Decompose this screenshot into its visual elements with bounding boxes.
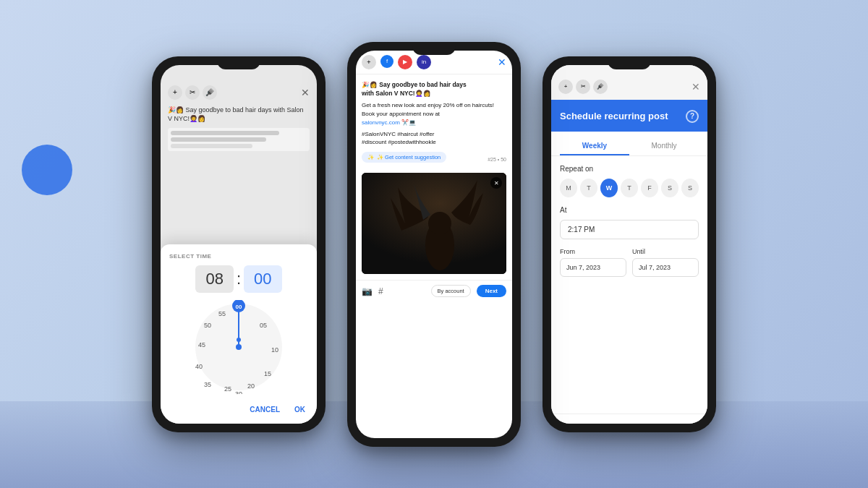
phone-screen-right: + ✂ 🪮 ✕ Schedule recurring post ? Weekly (551, 65, 707, 424)
time-display: 08 : 00 (169, 265, 308, 293)
schedule-cancel-btn[interactable]: Cancel (645, 421, 675, 424)
right-icon-row: + ✂ 🪮 (558, 80, 608, 94)
svg-text:55: 55 (218, 310, 226, 317)
right-top-bar: + ✂ 🪮 ✕ (551, 65, 707, 100)
svg-text:25: 25 (224, 385, 231, 393)
schedule-header: Schedule recurring post ? (551, 100, 707, 132)
left-post-text: 🎉👩 Say goodbye to bad hair days with Sal… (168, 106, 310, 124)
help-icon[interactable]: ? (686, 110, 699, 123)
select-time-label: SELECT TIME (169, 253, 308, 260)
at-section: At 2:17 PM (560, 206, 699, 239)
svg-text:45: 45 (198, 341, 205, 348)
time-input[interactable]: 2:17 PM (560, 220, 699, 239)
until-date-input[interactable]: Jul 7, 2023 (632, 258, 699, 277)
schedule-ok-btn[interactable]: Ok (684, 421, 699, 424)
time-picker-modal: SELECT TIME 08 : 00 (161, 244, 317, 424)
clock-face[interactable]: 00 05 10 15 20 25 30 (192, 300, 286, 394)
day-F[interactable]: F (641, 179, 658, 197)
suggestion-label: ✨ Get content suggestion (377, 154, 441, 160)
phone-notch-middle (412, 42, 456, 55)
time-colon: : (237, 270, 241, 288)
fb-icon-2[interactable]: ▶ (398, 55, 412, 69)
svg-point-2 (237, 338, 241, 342)
brush-icon[interactable]: ✂ (185, 85, 200, 100)
svg-text:10: 10 (271, 346, 278, 354)
content-suggestion-btn[interactable]: ✨ ✨ Get content suggestion (362, 152, 446, 163)
tab-weekly[interactable]: Weekly (560, 137, 629, 155)
right-add-icon[interactable]: + (558, 80, 573, 94)
right-tool-icon-1[interactable]: ✂ (576, 80, 590, 94)
right-close-btn[interactable]: ✕ (692, 81, 700, 93)
day-M[interactable]: M (560, 179, 577, 197)
day-T1[interactable]: T (580, 179, 597, 197)
next-btn[interactable]: Next (477, 285, 506, 297)
svg-text:40: 40 (195, 363, 203, 370)
from-label: From (560, 248, 626, 255)
left-dimmed-content (168, 128, 310, 151)
hour-box[interactable]: 08 (195, 265, 233, 293)
day-W[interactable]: W (600, 179, 618, 197)
phone-left: + ✂ 🪮 ✕ 🎉👩 Say goodbye to bad hair days … (152, 56, 326, 432)
fb-icon-1[interactable]: f (380, 55, 393, 68)
schedule-modal: Schedule recurring post ? Weekly Monthly… (551, 100, 707, 424)
until-section: Until Jul 7, 2023 (632, 248, 699, 277)
middle-bottom-toolbar: 📷 # By account Next (356, 280, 512, 301)
counter-badge: #25 • 50 (488, 157, 506, 162)
time-ok-btn[interactable]: OK (292, 404, 308, 415)
time-cancel-btn[interactable]: CANCEL (247, 404, 283, 415)
schedule-title: Schedule recurring post (560, 111, 668, 121)
left-icon-row: + ✂ 🪮 (168, 85, 217, 100)
until-label: Until (632, 248, 699, 255)
from-until-row: From Jun 7, 2023 Until Jul 7, 2023 (560, 248, 699, 277)
day-S1[interactable]: S (661, 179, 678, 197)
schedule-body: Repeat on M T W T F S S At 2:17 PM (551, 156, 707, 414)
hair-photo (362, 173, 506, 274)
add-icon[interactable]: + (168, 85, 182, 100)
fb-icons-row: + f ▶ in (362, 55, 431, 69)
from-section: From Jun 7, 2023 (560, 248, 626, 277)
phone-notch-right (608, 56, 651, 69)
day-S2[interactable]: S (681, 179, 699, 197)
post-image: ✕ (362, 173, 506, 274)
close-button-left[interactable]: ✕ (301, 87, 310, 98)
phone-screen-left: + ✂ 🪮 ✕ 🎉👩 Say goodbye to bad hair days … (161, 65, 317, 424)
schedule-modal-footer: Cancel Ok (551, 414, 707, 424)
svg-text:05: 05 (260, 322, 267, 329)
middle-post-header: 🎉👩 Say goodbye to bad hair days with Sal… (362, 80, 506, 99)
post-link[interactable]: salonvnyc.com ✂️💻 (362, 119, 416, 126)
toolbar-icons: 📷 # (362, 286, 383, 296)
scissors-icon[interactable]: 🪮 (203, 85, 217, 100)
suggestion-row: ✨ ✨ Get content suggestion #25 • 50 (362, 152, 506, 167)
svg-text:30: 30 (235, 390, 242, 394)
by-account-btn[interactable]: By account (431, 285, 471, 297)
add-post-icon[interactable]: + (362, 55, 376, 69)
time-picker-actions: CANCEL OK (169, 401, 308, 415)
at-label: At (560, 206, 699, 214)
right-top-icons-row: + ✂ 🪮 ✕ (558, 80, 700, 94)
hashtag-icon[interactable]: # (378, 286, 383, 296)
right-tool-icon-2[interactable]: 🪮 (593, 80, 608, 94)
svg-text:00: 00 (236, 304, 242, 310)
from-date-input[interactable]: Jun 7, 2023 (560, 258, 626, 277)
svg-text:15: 15 (264, 370, 271, 377)
post-hashtags: #SalonVNYC #haircut #offer#discount #pos… (362, 130, 506, 146)
camera-icon[interactable]: 📷 (362, 286, 373, 296)
minute-box[interactable]: 00 (244, 265, 281, 293)
phone-screen-middle: + f ▶ in ✕ 🎉👩 Say goodbye to bad hair da… (356, 51, 512, 438)
decorative-blob (22, 145, 72, 195)
svg-text:50: 50 (204, 322, 211, 329)
svg-text:35: 35 (204, 381, 211, 388)
phone-middle: + f ▶ in ✕ 🎉👩 Say goodbye to bad hair da… (347, 42, 521, 447)
schedule-tabs: Weekly Monthly (551, 132, 707, 156)
days-row: M T W T F S S (560, 179, 699, 197)
post-text-line1: 🎉👩 Say goodbye to bad hair days (362, 81, 467, 88)
fb-icon-3[interactable]: in (417, 55, 431, 69)
repeat-on-label: Repeat on (560, 165, 699, 173)
svg-text:20: 20 (247, 382, 255, 390)
middle-close-btn[interactable]: ✕ (498, 56, 506, 68)
phone-notch-left (217, 56, 260, 69)
day-T2[interactable]: T (621, 179, 638, 197)
tab-monthly[interactable]: Monthly (629, 137, 699, 155)
phone-right: + ✂ 🪮 ✕ Schedule recurring post ? Weekly (542, 56, 716, 432)
left-top-icons: + ✂ 🪮 ✕ (168, 80, 310, 100)
